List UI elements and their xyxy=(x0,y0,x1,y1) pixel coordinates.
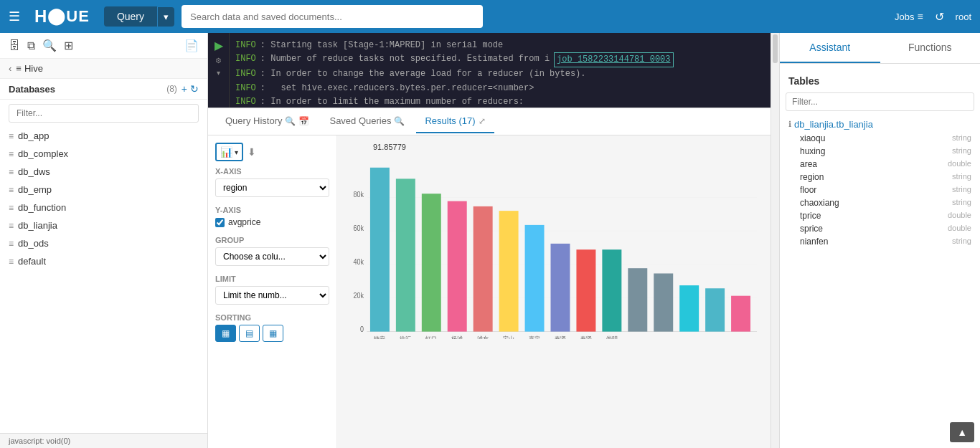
db-item-app[interactable]: ≡ db_app xyxy=(0,127,207,145)
svg-rect-11 xyxy=(396,178,415,331)
col-type: string xyxy=(952,172,971,182)
search-meta-icon[interactable]: 🔍 xyxy=(42,39,57,52)
document-icon[interactable]: 📄 xyxy=(184,39,199,52)
query-button-group[interactable]: Query ▾ xyxy=(104,6,174,27)
hamburger-icon[interactable]: ☰ xyxy=(9,9,20,24)
db-list-icon: ≡ xyxy=(9,257,14,267)
query-button[interactable]: Query xyxy=(104,6,157,27)
tab-results[interactable]: Results (17) ⤢ xyxy=(416,110,494,133)
sorting-buttons: ▦ ▤ ▦ xyxy=(215,325,329,342)
svg-text:80k: 80k xyxy=(353,191,364,199)
scroll-to-top-button[interactable]: ▲ xyxy=(950,422,974,442)
job-link[interactable]: job_1582233144781_0003 xyxy=(554,52,673,67)
db-item-default[interactable]: ≡ default xyxy=(0,252,207,270)
tab-saved-queries-label: Saved Queries xyxy=(329,115,391,126)
sort-bar-button[interactable]: ▦ xyxy=(215,325,236,342)
editor-content: INFO : Starting task [Stage-1:MAPRED] in… xyxy=(230,33,771,108)
run-button[interactable]: ▶ xyxy=(215,39,223,52)
x-axis-select[interactable]: region xyxy=(215,178,329,197)
db-item-emp[interactable]: ≡ db_emp xyxy=(0,181,207,199)
back-button[interactable]: ‹ xyxy=(9,63,11,74)
refresh-databases-icon[interactable]: ↻ xyxy=(190,83,199,95)
group-select[interactable]: Choose a colu... xyxy=(215,247,329,266)
tab-assistant[interactable]: Assistant xyxy=(780,33,880,63)
limit-select[interactable]: Limit the numb... xyxy=(215,286,329,305)
expand-icon[interactable]: ⤢ xyxy=(479,116,486,126)
tab-query-history-label: Query History xyxy=(225,115,282,126)
hive-list-icon: ≡ xyxy=(16,63,22,74)
col-row-tprice: tprice double xyxy=(797,209,974,222)
scroll-to-top-area: ▲ xyxy=(780,416,980,448)
apps-icon[interactable]: ⊞ xyxy=(64,39,73,52)
editor-toolbar: ▶ ⚙ ▾ xyxy=(208,33,230,108)
db-name: db_app xyxy=(18,130,49,141)
jobs-list-icon: ≡ xyxy=(917,11,923,22)
database-icon[interactable]: 🗄 xyxy=(9,39,20,52)
editor-dropdown-icon[interactable]: ▾ xyxy=(217,69,220,77)
table-info-icon: ℹ xyxy=(788,120,791,129)
db-item-lianjia[interactable]: ≡ db_lianjia xyxy=(0,216,207,234)
db-item-dws[interactable]: ≡ db_dws xyxy=(0,163,207,181)
y-axis-control: Y-AXIS avgprice xyxy=(215,206,329,227)
right-panel-content: Tables ℹ db_lianjia.tb_lianjia xiaoqu st… xyxy=(780,64,980,416)
svg-text:60k: 60k xyxy=(353,224,364,233)
copy-icon[interactable]: ⧉ xyxy=(27,39,35,52)
user-label[interactable]: root xyxy=(956,11,971,22)
avgprice-checkbox[interactable] xyxy=(215,218,225,227)
svg-text:奉贤: 奉贤 xyxy=(580,335,593,339)
chart-type-selector[interactable]: 📊 ▾ xyxy=(215,143,243,161)
chart-max-value: 91.85779 xyxy=(344,143,763,151)
col-name: floor xyxy=(800,185,816,195)
col-row-region: region string xyxy=(797,171,974,184)
table-name-row[interactable]: ℹ db_lianjia.tb_lianjia xyxy=(786,117,974,132)
search-input[interactable] xyxy=(182,5,483,28)
db-item-ods[interactable]: ≡ db_ods xyxy=(0,234,207,252)
db-list-icon: ≡ xyxy=(9,167,14,177)
svg-rect-17 xyxy=(551,244,570,332)
db-item-function[interactable]: ≡ db_function xyxy=(0,199,207,216)
col-type: string xyxy=(952,198,971,208)
nav-right: Jobs ≡ ↺ root xyxy=(895,10,971,24)
right-sidebar: Assistant Functions Tables ℹ db_lianjia.… xyxy=(779,33,980,448)
main-layout: 🗄 ⧉ 🔍 ⊞ 📄 ‹ ≡ Hive Databases (8) + ↻ ≡ d… xyxy=(0,33,980,448)
saved-search-icon: 🔍 xyxy=(394,116,405,126)
svg-rect-21 xyxy=(654,273,673,331)
database-list: ≡ db_app ≡ db_complex ≡ db_dws ≡ db_emp … xyxy=(0,127,207,433)
db-item-complex[interactable]: ≡ db_complex xyxy=(0,145,207,163)
tab-saved-queries[interactable]: Saved Queries 🔍 xyxy=(321,110,413,133)
svg-text:杨浦: 杨浦 xyxy=(451,335,463,339)
svg-text:徐汇: 徐汇 xyxy=(400,335,412,339)
tab-results-label: Results (17) xyxy=(425,115,475,126)
db-list-icon: ≡ xyxy=(9,185,14,195)
y-axis-checkbox-row: avgprice xyxy=(215,217,329,227)
table-columns-list: xiaoqu string huxing string area double … xyxy=(786,132,974,248)
history-icon[interactable]: ↺ xyxy=(935,10,944,24)
sort-table-button[interactable]: ▤ xyxy=(239,325,260,342)
sort-other-button[interactable]: ▦ xyxy=(263,325,283,342)
col-row-sprice: sprice double xyxy=(797,222,974,235)
col-name: sprice xyxy=(800,224,823,234)
download-chart-icon[interactable]: ⬇ xyxy=(248,146,256,158)
query-dropdown-button[interactable]: ▾ xyxy=(157,7,174,27)
svg-rect-14 xyxy=(473,206,493,332)
jobs-label: Jobs xyxy=(895,11,914,22)
jobs-link[interactable]: Jobs ≡ xyxy=(895,11,923,22)
right-panel-tabs: Assistant Functions xyxy=(780,33,980,64)
col-name: huxing xyxy=(800,146,825,156)
database-filter-input[interactable] xyxy=(9,104,199,123)
db-name: db_lianjia xyxy=(18,220,57,231)
y-axis-label: Y-AXIS xyxy=(215,206,329,214)
tab-functions[interactable]: Functions xyxy=(880,33,981,63)
add-database-icon[interactable]: + xyxy=(182,83,187,95)
chart-display-area: 91.85779 0 20k 40k 60k 80k xyxy=(337,135,771,448)
db-list-icon: ≡ xyxy=(9,149,14,159)
editor-settings-icon[interactable]: ⚙ xyxy=(215,57,222,65)
center-scrollbar[interactable] xyxy=(771,33,779,448)
calendar-tab-icon: 📅 xyxy=(298,116,309,126)
tab-query-history[interactable]: Query History 🔍 📅 xyxy=(217,110,318,133)
results-tabs: Query History 🔍 📅 Saved Queries 🔍 Result… xyxy=(208,108,771,135)
limit-control: LIMIT Limit the numb... xyxy=(215,275,329,305)
svg-rect-19 xyxy=(602,249,621,331)
tables-filter-input[interactable] xyxy=(786,92,974,111)
x-axis-label: X-AXIS xyxy=(215,167,329,176)
